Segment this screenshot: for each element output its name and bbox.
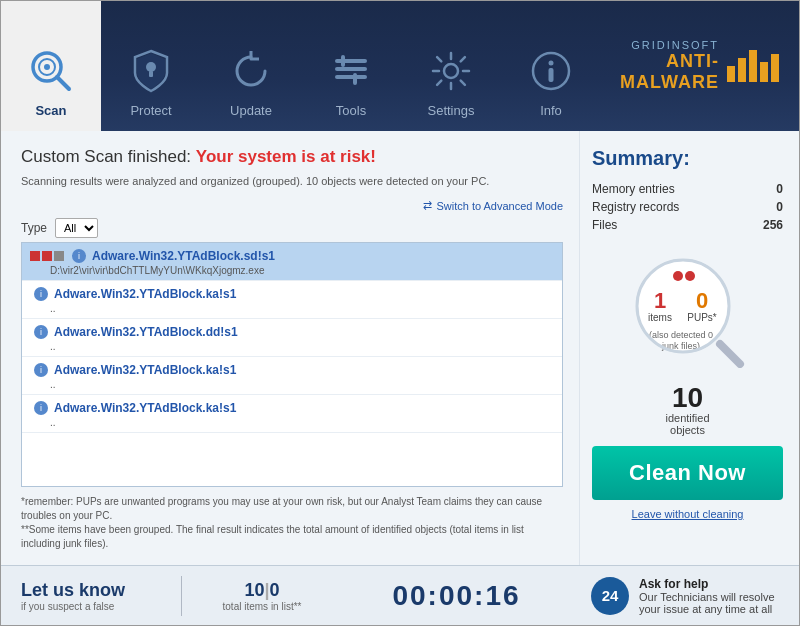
logo-text: GRIDINSOFT ANTI-MALWARE: [601, 39, 719, 93]
bar2: [738, 58, 746, 82]
registry-value: 0: [776, 200, 783, 214]
notes: *remember: PUPs are unwanted programs yo…: [21, 495, 563, 551]
logo-area: GRIDINSOFT ANTI-MALWARE: [601, 1, 799, 131]
nav-item-info[interactable]: Info: [501, 1, 601, 131]
svg-text:items: items: [648, 312, 672, 323]
leave-without-cleaning-link[interactable]: Leave without cleaning: [592, 508, 783, 520]
result-item-5[interactable]: i Adware.Win32.YTAdBlock.ka!s1 ..: [22, 395, 562, 433]
info-icon: [525, 45, 577, 97]
advanced-mode-link[interactable]: ⇄ Switch to Advanced Mode: [21, 199, 563, 212]
logo-anti-malware: ANTI-MALWARE: [601, 51, 719, 93]
nav-item-update[interactable]: Update: [201, 1, 301, 131]
clean-now-button[interactable]: Clean Now: [592, 446, 783, 500]
svg-rect-14: [549, 68, 554, 82]
let-us-know-text: Let us know: [21, 580, 161, 601]
threat-icon-2: i: [34, 287, 48, 301]
svg-line-24: [720, 344, 740, 364]
result-item-4[interactable]: i Adware.Win32.YTAdBlock.ka!s1 ..: [22, 357, 562, 395]
filter-label: Type: [21, 221, 47, 235]
memory-label: Memory entries: [592, 182, 675, 196]
nav-item-protect[interactable]: Protect: [101, 1, 201, 131]
svg-point-3: [44, 64, 50, 70]
svg-point-17: [685, 271, 695, 281]
results-container[interactable]: i Adware.Win32.YTAdBlock.sd!s1 D:\vir2\v…: [21, 242, 563, 487]
update-icon: [225, 45, 277, 97]
bottom-let-us-know: Let us know if you suspect a false: [21, 580, 161, 612]
identified-section: 10 identified objects: [592, 384, 783, 436]
advanced-mode-anchor[interactable]: ⇄ Switch to Advanced Mode: [21, 199, 563, 212]
identified-label: identified objects: [592, 412, 783, 436]
help-description: Our Technicians will resolve your issue …: [639, 591, 779, 615]
bar4: [760, 62, 768, 82]
svg-point-16: [673, 271, 683, 281]
bar1: [727, 66, 735, 82]
protect-label: Protect: [130, 103, 171, 118]
help-icon: 24: [591, 577, 629, 615]
count-main: 10: [244, 580, 264, 600]
registry-label: Registry records: [592, 200, 679, 214]
svg-text:(also detected 0: (also detected 0: [648, 330, 712, 340]
svg-rect-6: [335, 67, 367, 71]
right-panel: Summary: Memory entries 0 Registry recor…: [579, 131, 799, 565]
filter-select[interactable]: All: [55, 218, 98, 238]
note-2: **Some items have been grouped. The fina…: [21, 523, 563, 551]
result-item-5-header: i Adware.Win32.YTAdBlock.ka!s1: [30, 401, 554, 415]
bottom-help-section: 24 Ask for help Our Technicians will res…: [591, 577, 779, 615]
threat-path-4: ..: [50, 379, 554, 390]
result-item-2-header: i Adware.Win32.YTAdBlock.ka!s1: [30, 287, 554, 301]
nav-item-settings[interactable]: Settings: [401, 1, 501, 131]
svg-rect-5: [149, 71, 153, 77]
nav-item-scan[interactable]: Scan: [1, 1, 101, 131]
identified-number: 10: [592, 384, 783, 412]
summary-row-files: Files 256: [592, 218, 783, 232]
threat-path-3: ..: [50, 341, 554, 352]
block-red: [30, 251, 40, 261]
summary-row-registry: Registry records 0: [592, 200, 783, 214]
bar3: [749, 50, 757, 82]
result-item-4-header: i Adware.Win32.YTAdBlock.ka!s1: [30, 363, 554, 377]
tools-icon: [325, 45, 377, 97]
threat-icon-5: i: [34, 401, 48, 415]
tools-label: Tools: [336, 103, 366, 118]
threat-path-5: ..: [50, 417, 554, 428]
advanced-mode-text: Switch to Advanced Mode: [436, 200, 563, 212]
scan-icon: [25, 45, 77, 97]
scan-title: Custom Scan finished: Your system is at …: [21, 147, 563, 167]
bottom-count-section: 10|0 total items in list**: [202, 580, 322, 612]
block-gray: [54, 251, 64, 261]
svg-text:0: 0: [695, 288, 707, 313]
settings-label: Settings: [428, 103, 475, 118]
nav-bar: Scan Protect Update: [1, 1, 799, 131]
main-content: Custom Scan finished: Your system is at …: [1, 131, 799, 565]
threat-path-2: ..: [50, 303, 554, 314]
threat-icon-3: i: [34, 325, 48, 339]
bottom-count-display: 10|0: [244, 580, 279, 601]
nav-item-tools[interactable]: Tools: [301, 1, 401, 131]
result-item-3[interactable]: i Adware.Win32.YTAdBlock.dd!s1 ..: [22, 319, 562, 357]
svg-rect-8: [335, 75, 367, 79]
advanced-mode-icon: ⇄: [423, 199, 432, 212]
threat-name-2: Adware.Win32.YTAdBlock.ka!s1: [54, 287, 236, 301]
svg-rect-7: [335, 59, 367, 63]
count-sub: total items in list**: [223, 601, 302, 612]
threat-name-4: Adware.Win32.YTAdBlock.ka!s1: [54, 363, 236, 377]
info-label: Info: [540, 103, 562, 118]
magnifier-svg: 1 items 0 PUPs* (also detected 0 junk fi…: [618, 248, 758, 368]
bottom-bar: Let us know if you suspect a false 10|0 …: [1, 565, 799, 625]
block-red2: [42, 251, 52, 261]
let-us-know-sub: if you suspect a false: [21, 601, 161, 612]
count-secondary: 0: [270, 580, 280, 600]
threat-path-1: D:\vir2\vir\vir\bdChTTLMyYUn\WKkqXjogmz.…: [50, 265, 554, 276]
left-panel: Custom Scan finished: Your system is at …: [1, 131, 579, 565]
svg-line-2: [57, 77, 69, 89]
svg-point-11: [444, 64, 458, 78]
protect-icon: [125, 45, 177, 97]
result-item-3-header: i Adware.Win32.YTAdBlock.dd!s1: [30, 325, 554, 339]
result-item-2[interactable]: i Adware.Win32.YTAdBlock.ka!s1 ..: [22, 281, 562, 319]
threat-name-5: Adware.Win32.YTAdBlock.ka!s1: [54, 401, 236, 415]
result-item-1[interactable]: i Adware.Win32.YTAdBlock.sd!s1 D:\vir2\v…: [22, 243, 562, 281]
app-window: Scan Protect Update: [0, 0, 800, 626]
bar5: [771, 54, 779, 82]
svg-rect-10: [353, 73, 357, 85]
result-item-1-header: i Adware.Win32.YTAdBlock.sd!s1: [30, 249, 554, 263]
